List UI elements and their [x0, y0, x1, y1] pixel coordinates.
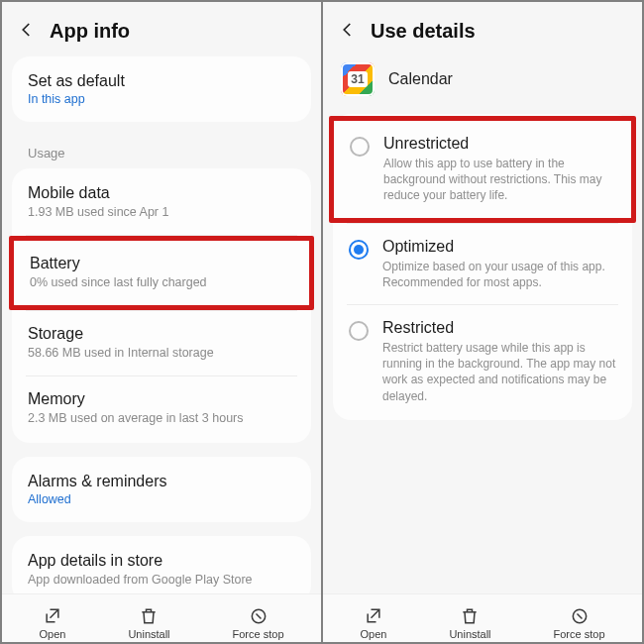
restricted-title: Restricted	[382, 319, 616, 337]
battery-sub: 0% used since last fully charged	[30, 274, 293, 291]
battery-title: Battery	[30, 255, 293, 272]
page-title: Use details	[371, 20, 476, 43]
set-as-default-card[interactable]: Set as default In this app	[12, 56, 311, 122]
radio-icon	[349, 240, 369, 260]
open-button[interactable]: Open	[360, 606, 386, 640]
uninstall-button[interactable]: Uninstall	[128, 606, 169, 640]
force-stop-button[interactable]: Force stop	[233, 606, 284, 640]
restricted-desc: Restrict battery usage while this app is…	[382, 340, 616, 404]
storage-row[interactable]: Storage 58.66 MB used in Internal storag…	[12, 311, 311, 376]
alarms-link: Allowed	[28, 492, 295, 506]
radio-icon	[350, 137, 370, 157]
mobile-data-sub: 1.93 MB used since Apr 1	[28, 204, 295, 221]
alarms-card[interactable]: Alarms & reminders Allowed	[12, 457, 311, 522]
force-stop-label: Force stop	[554, 628, 605, 640]
store-sub: App downloaded from Google Play Store	[28, 572, 295, 589]
force-stop-button[interactable]: Force stop	[554, 606, 605, 640]
memory-row[interactable]: Memory 2.3 MB used on average in last 3 …	[12, 376, 311, 441]
open-button[interactable]: Open	[39, 606, 65, 640]
set-as-default-link: In this app	[28, 92, 295, 106]
force-stop-label: Force stop	[233, 628, 284, 640]
memory-sub: 2.3 MB used on average in last 3 hours	[28, 410, 295, 427]
radio-icon	[349, 321, 369, 341]
uninstall-label: Uninstall	[449, 628, 490, 640]
unrestricted-desc: Allow this app to use battery in the bac…	[383, 156, 615, 204]
store-title: App details in store	[28, 552, 295, 570]
header: App info	[2, 2, 321, 56]
optimized-desc: Optimize based on your usage of this app…	[382, 259, 616, 290]
open-label: Open	[360, 628, 386, 640]
app-info-pane: App info Set as default In this app Usag…	[2, 2, 321, 642]
memory-title: Memory	[28, 390, 295, 408]
set-as-default-title: Set as default	[28, 72, 295, 90]
radio-unrestricted[interactable]: Unrestricted Allow this app to use batte…	[329, 116, 636, 223]
bottom-bar: Open Uninstall Force stop	[323, 593, 642, 642]
optimized-title: Optimized	[382, 238, 616, 256]
uninstall-label: Uninstall	[128, 628, 169, 640]
storage-title: Storage	[28, 325, 295, 343]
unrestricted-title: Unrestricted	[383, 135, 615, 153]
back-icon[interactable]	[18, 21, 36, 43]
battery-row[interactable]: Battery 0% used since last fully charged	[9, 236, 314, 310]
open-label: Open	[39, 628, 65, 640]
app-row: 31 Calendar	[323, 56, 642, 114]
header: Use details	[323, 2, 642, 56]
use-details-pane: Use details 31 Calendar Unrestricted All…	[323, 2, 642, 642]
calendar-icon: 31	[341, 62, 375, 96]
mobile-data-row[interactable]: Mobile data 1.93 MB used since Apr 1	[12, 170, 311, 235]
page-title: App info	[50, 20, 130, 43]
bottom-bar: Open Uninstall Force stop	[2, 593, 321, 642]
radio-optimized[interactable]: Optimized Optimize based on your usage o…	[333, 224, 632, 304]
mobile-data-title: Mobile data	[28, 184, 295, 202]
storage-sub: 58.66 MB used in Internal storage	[28, 345, 295, 362]
usage-section-label: Usage	[12, 136, 311, 168]
radio-restricted[interactable]: Restricted Restrict battery usage while …	[333, 305, 632, 418]
back-icon[interactable]	[339, 21, 357, 43]
app-name: Calendar	[388, 70, 453, 88]
uninstall-button[interactable]: Uninstall	[449, 606, 490, 640]
alarms-title: Alarms & reminders	[28, 473, 295, 490]
